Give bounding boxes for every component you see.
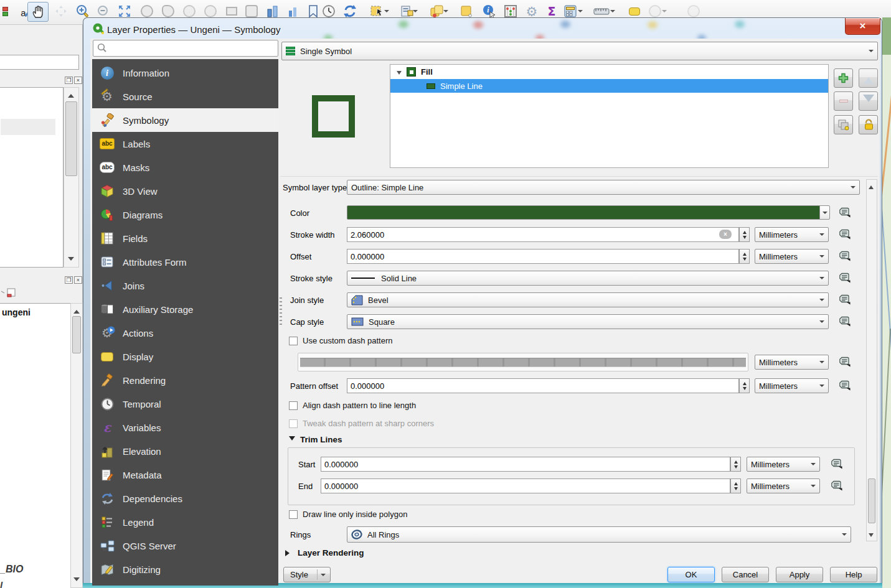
data-defined-override-button[interactable] — [837, 249, 852, 263]
move-down-button[interactable] — [859, 91, 878, 111]
sidebar-item-actions[interactable]: ⚙ Actions — [92, 321, 278, 345]
data-defined-override-button[interactable] — [829, 457, 844, 471]
cap-style-select[interactable]: Square — [347, 314, 829, 329]
trim-end-spinner[interactable] — [730, 478, 741, 493]
sidebar-item-qgis-server[interactable]: QGIS Server — [92, 534, 278, 558]
sidebar-item-fields[interactable]: Fields — [92, 226, 278, 250]
layers-list[interactable]: ungeni — [0, 303, 72, 588]
sidebar-item-metadata[interactable]: Metadata — [92, 463, 278, 487]
style-menu-button[interactable]: Style — [283, 567, 331, 582]
stroke-style-select[interactable]: Solid Line — [347, 271, 829, 286]
sidebar-item-dependencies[interactable]: Dependencies — [92, 487, 278, 510]
sidebar-item-temporal[interactable]: Temporal — [92, 392, 278, 416]
sidebar-item-information[interactable]: i Information — [92, 61, 278, 85]
sidebar-item-rendering[interactable]: Rendering — [92, 368, 278, 392]
clear-value-icon[interactable]: × — [719, 230, 732, 239]
measure-dropdown-arrow[interactable] — [610, 10, 615, 15]
help-button[interactable]: Help — [830, 567, 877, 582]
data-defined-override-button[interactable] — [837, 227, 852, 241]
move-up-button[interactable] — [859, 68, 878, 88]
close-button[interactable]: × — [845, 18, 880, 35]
layers-toolbar-icon[interactable] — [0, 287, 16, 301]
add-symbol-layer-button[interactable] — [834, 68, 853, 88]
layer-rendering-header[interactable]: Layer Rendering — [285, 548, 364, 558]
panel-close-icon[interactable]: × — [74, 276, 82, 284]
search-input[interactable] — [93, 40, 278, 57]
symbol-layer-type-select[interactable]: Outline: Simple Line — [347, 180, 860, 195]
sidebar-item-elevation[interactable]: Elevation — [92, 439, 278, 463]
trim-end-unit-select[interactable]: Millimeters — [747, 478, 820, 493]
apply-button[interactable]: Apply — [776, 567, 823, 582]
trim-lines-header[interactable]: Trim Lines — [289, 435, 342, 444]
data-defined-override-button[interactable] — [837, 355, 852, 369]
tree-row-fill[interactable]: Fill — [390, 65, 828, 79]
ok-button[interactable]: OK — [667, 567, 715, 582]
calculator-dropdown-arrow[interactable] — [578, 10, 583, 15]
sidebar-item-3d-view[interactable]: 3D View — [92, 179, 278, 203]
lock-colors-button[interactable] — [859, 115, 878, 134]
north-arrow-dropdown[interactable] — [662, 10, 667, 15]
pan-map-tool-icon[interactable] — [27, 2, 49, 22]
sidebar-item-display[interactable]: Display — [92, 345, 278, 368]
panel-close-icon[interactable]: × — [74, 77, 82, 84]
dash-pattern-unit-select[interactable]: Millimeters — [755, 355, 829, 370]
data-defined-override-button[interactable] — [837, 292, 852, 307]
sidebar-item-auxiliary-storage[interactable]: Auxiliary Storage — [92, 297, 278, 321]
offset-unit-select[interactable]: Millimeters — [755, 249, 829, 264]
data-defined-override-button[interactable] — [837, 314, 852, 329]
scrollbar-thumb[interactable] — [868, 478, 875, 523]
draw-inside-checkbox[interactable] — [289, 510, 298, 519]
stroke-width-spinner[interactable] — [739, 227, 750, 242]
splitter-handle[interactable] — [280, 297, 282, 325]
pattern-offset-spinner[interactable] — [739, 378, 750, 393]
browser-scrollbar[interactable] — [64, 87, 79, 268]
data-defined-override-button[interactable] — [837, 271, 852, 285]
browser-tree[interactable] — [0, 87, 64, 268]
layers-scrollbar[interactable] — [70, 303, 83, 588]
color-swatch[interactable] — [347, 205, 820, 220]
sidebar-item-digitizing[interactable]: Digitizing — [92, 558, 278, 581]
data-defined-override-button[interactable] — [829, 478, 844, 493]
tree-row-simple-line[interactable]: Simple Line — [390, 79, 828, 93]
sidebar-item-source[interactable]: ⚙ Source — [92, 85, 278, 108]
scrollbar-thumb[interactable] — [65, 101, 77, 176]
rings-select[interactable]: All Rings — [347, 526, 851, 543]
data-defined-override-button[interactable] — [837, 378, 852, 393]
sidebar-item-joins[interactable]: Joins — [92, 274, 278, 297]
color-menu-button[interactable] — [819, 205, 830, 220]
trim-start-unit-select[interactable]: Millimeters — [747, 457, 820, 472]
sidebar-item-diagrams[interactable]: Diagrams — [92, 203, 278, 226]
pattern-offset-unit-select[interactable]: Millimeters — [755, 378, 829, 393]
pan-to-selection-icon[interactable] — [52, 2, 70, 20]
join-style-select[interactable]: Bevel — [347, 292, 829, 307]
expander-icon[interactable] — [397, 71, 402, 77]
sidebar-item-masks[interactable]: abc Masks — [92, 156, 278, 179]
sidebar-item-attributes-form[interactable]: Attributes Form — [92, 250, 278, 274]
browser-selected-row[interactable] — [1, 119, 55, 135]
trim-start-spinner[interactable] — [730, 457, 741, 472]
browser-filter-input[interactable] — [0, 55, 79, 70]
panel-float-icon[interactable]: ❐ — [65, 77, 73, 84]
data-defined-override-button[interactable] — [837, 205, 852, 220]
offset-spinner[interactable] — [739, 249, 750, 264]
sidebar-item-labels[interactable]: abc Labels — [92, 132, 278, 156]
cancel-button[interactable]: Cancel — [722, 567, 769, 582]
select-dropdown-arrow[interactable] — [384, 10, 389, 15]
sidebar-item-variables[interactable]: ε Variables — [92, 416, 278, 439]
layer-item[interactable]: ungeni — [0, 304, 71, 317]
pattern-offset-input[interactable] — [347, 378, 739, 393]
renderer-select[interactable]: Single Symbol — [281, 42, 878, 60]
tweak-dash-checkbox[interactable] — [289, 419, 298, 428]
trim-start-input[interactable] — [321, 457, 730, 472]
remove-symbol-layer-button[interactable] — [834, 91, 853, 111]
sidebar-item-legend[interactable]: Legend — [92, 510, 278, 534]
duplicate-symbol-layer-button[interactable] — [834, 115, 853, 134]
stroke-width-unit-select[interactable]: Millimeters — [755, 227, 829, 242]
layer-styling-icon[interactable] — [0, 2, 14, 20]
scrollbar-thumb[interactable] — [72, 316, 81, 353]
align-dash-checkbox[interactable] — [289, 401, 298, 410]
deselect-dropdown-arrow[interactable] — [443, 10, 448, 15]
use-custom-dash-checkbox[interactable] — [289, 337, 298, 345]
offset-input[interactable] — [347, 249, 739, 264]
select-by-form-dropdown-arrow[interactable] — [413, 10, 418, 15]
